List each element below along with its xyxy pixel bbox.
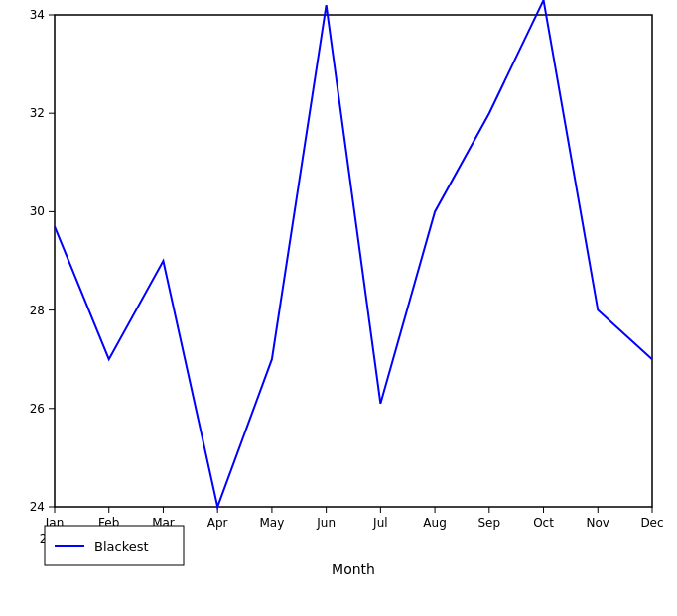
chart-container: 242628303234Jan2011FebMarAprMayJunJulAug… [0,0,677,616]
svg-text:Aug: Aug [423,516,446,530]
svg-text:Jun: Jun [316,516,336,530]
svg-text:32: 32 [30,106,45,120]
svg-text:28: 28 [30,304,45,317]
svg-text:Nov: Nov [587,516,609,530]
svg-text:Oct: Oct [533,516,554,530]
svg-text:26: 26 [30,402,45,416]
svg-text:34: 34 [30,8,45,22]
svg-text:Jul: Jul [372,516,387,530]
svg-text:24: 24 [30,500,45,514]
svg-text:Sep: Sep [478,516,501,530]
svg-rect-0 [55,15,652,507]
svg-text:Dec: Dec [640,516,663,530]
x-axis-label: Month [332,561,375,577]
svg-text:May: May [260,516,285,530]
svg-text:30: 30 [30,204,45,218]
svg-text:Apr: Apr [207,516,228,530]
legend-label-blackest: Blackest [94,539,149,554]
